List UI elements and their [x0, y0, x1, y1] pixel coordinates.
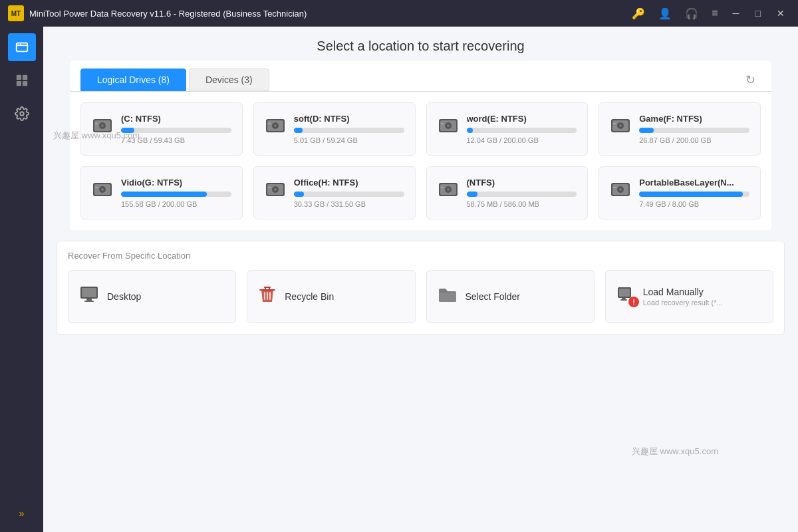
svg-point-17 [274, 124, 277, 127]
svg-point-27 [619, 124, 622, 127]
svg-point-47 [619, 188, 622, 191]
tab-logical-drives[interactable]: Logical Drives (8) [80, 68, 186, 91]
svg-point-3 [20, 44, 21, 45]
drive-icon-c [92, 116, 113, 140]
svg-rect-58 [619, 289, 630, 297]
folder-icon [438, 286, 458, 308]
svg-rect-48 [613, 187, 616, 188]
recover-card-folder[interactable]: Select Folder [426, 270, 595, 323]
close-button[interactable]: ✕ [771, 7, 790, 20]
svg-rect-50 [82, 288, 96, 297]
drive-card-h[interactable]: Office(H: NTFS) 30.33 GB / 331.50 GB [253, 166, 416, 219]
load-error-icon: ! [628, 297, 639, 310]
headphone-icon[interactable]: 🎧 [681, 6, 702, 21]
drive-size-f: 26.87 GB / 200.00 GB [639, 136, 749, 144]
drive-card-c[interactable]: (C: NTFS) 7.43 GB / 59.43 GB [80, 102, 243, 156]
drive-name-e: word(E: NTFS) [467, 114, 577, 124]
drive-name-h: Office(H: NTFS) [294, 178, 404, 188]
svg-rect-59 [622, 298, 626, 299]
svg-point-37 [274, 188, 277, 191]
key-icon[interactable]: 🔑 [628, 6, 649, 21]
drive-bar-fill-f [639, 128, 654, 133]
expand-button[interactable]: » [14, 503, 30, 524]
drive-name-g: Vidio(G: NTFS) [121, 178, 231, 188]
drive-name-c: (C: NTFS) [121, 114, 231, 124]
drive-size-g: 155.58 GB / 200.00 GB [121, 200, 231, 208]
minimize-button[interactable]: ─ [728, 7, 745, 20]
drive-bar-bg-e [467, 128, 577, 133]
svg-point-12 [101, 124, 104, 127]
sidebar: » [0, 27, 43, 532]
drive-bar-fill-g [121, 192, 207, 197]
drive-card-e[interactable]: word(E: NTFS) 12.04 GB / 200.00 GB [426, 102, 589, 156]
recover-section: Recover From Specific Location Desktop [57, 241, 785, 334]
drive-bar-bg-d [294, 128, 404, 133]
drive-info-d: soft(D: NTFS) 5.01 GB / 59.24 GB [294, 114, 404, 144]
sidebar-item-settings[interactable] [8, 100, 36, 128]
drive-bar-bg-c [121, 128, 231, 133]
drive-name-d: soft(D: NTFS) [294, 114, 404, 124]
refresh-button[interactable]: ↻ [740, 70, 761, 90]
svg-rect-0 [16, 43, 27, 52]
drive-bar-fill-d [294, 128, 303, 133]
drive-card-d[interactable]: soft(D: NTFS) 5.01 GB / 59.24 GB [253, 102, 416, 156]
sidebar-item-dashboard[interactable] [8, 66, 36, 94]
recover-card-desktop[interactable]: Desktop [68, 270, 236, 323]
svg-point-22 [447, 124, 450, 127]
drive-size-portable: 7.49 GB / 8.00 GB [639, 200, 749, 208]
svg-rect-6 [16, 81, 21, 86]
drive-card-ntfs[interactable]: (NTFS) 58.75 MB / 586.00 MB [426, 166, 589, 219]
drive-card-portable[interactable]: PortableBaseLayer(N... 7.49 GB / 8.00 GB [598, 166, 761, 219]
drive-card-g[interactable]: Vidio(G: NTFS) 155.58 GB / 200.00 GB [80, 166, 243, 219]
recover-label-folder: Select Folder [466, 291, 520, 302]
svg-rect-28 [613, 123, 616, 124]
svg-rect-13 [95, 123, 98, 124]
sidebar-item-recovery[interactable] [8, 33, 36, 61]
maximize-button[interactable]: □ [750, 7, 766, 20]
svg-text:!: ! [632, 298, 635, 306]
svg-rect-23 [441, 123, 444, 124]
main-content: Select a location to start recovering Lo… [43, 27, 798, 532]
drive-size-c: 7.43 GB / 59.43 GB [121, 136, 231, 144]
recover-card-recycle[interactable]: Recycle Bin [247, 270, 415, 323]
drive-icon-e [438, 116, 459, 140]
drive-bar-bg-portable [639, 192, 749, 197]
drive-info-h: Office(H: NTFS) 30.33 GB / 331.50 GB [294, 178, 404, 208]
page-title: Select a location to start recovering [43, 27, 798, 61]
recover-section-title: Recover From Specific Location [68, 251, 773, 261]
svg-rect-43 [441, 187, 444, 188]
drive-icon-d [265, 116, 286, 140]
tabs-bar: Logical Drives (8) Devices (3) ↻ [70, 61, 771, 91]
drives-grid: (C: NTFS) 7.43 GB / 59.43 GB soft(D [80, 102, 761, 219]
drive-info-c: (C: NTFS) 7.43 GB / 59.43 GB [121, 114, 231, 144]
svg-point-32 [101, 188, 104, 191]
drive-name-portable: PortableBaseLayer(N... [639, 178, 749, 188]
tab-devices[interactable]: Devices (3) [189, 68, 269, 91]
drive-name-ntfs: (NTFS) [467, 178, 577, 188]
app-logo: MT [8, 5, 24, 21]
svg-rect-60 [620, 299, 627, 301]
drive-card-f[interactable]: Game(F: NTFS) 26.87 GB / 200.00 GB [598, 102, 761, 156]
drive-bar-bg-g [121, 192, 231, 197]
drive-bar-fill-ntfs [467, 192, 478, 197]
svg-rect-38 [268, 187, 271, 188]
svg-rect-52 [84, 301, 94, 302]
user-icon[interactable]: 👤 [654, 6, 676, 21]
drive-bar-fill-c [121, 128, 134, 133]
svg-rect-51 [86, 299, 92, 301]
drive-bar-bg-h [294, 192, 404, 197]
svg-rect-5 [22, 75, 27, 80]
drive-size-ntfs: 58.75 MB / 586.00 MB [467, 200, 577, 208]
menu-icon[interactable]: ≡ [708, 6, 722, 21]
svg-point-2 [18, 44, 19, 45]
drives-panel: (C: NTFS) 7.43 GB / 59.43 GB soft(D [70, 91, 771, 230]
svg-point-8 [20, 112, 24, 116]
recover-grid: Desktop Recycle Bin [68, 270, 773, 323]
recover-card-load[interactable]: ! Load Manually Load recovery result (*.… [605, 270, 773, 323]
drive-bar-fill-h [294, 192, 304, 197]
desktop-icon [79, 285, 99, 309]
recover-label-load: Load Manually Load recovery result (*... [643, 287, 723, 307]
load-icon-container: ! [616, 286, 635, 307]
svg-point-42 [447, 188, 450, 191]
drive-size-e: 12.04 GB / 200.00 GB [467, 136, 577, 144]
